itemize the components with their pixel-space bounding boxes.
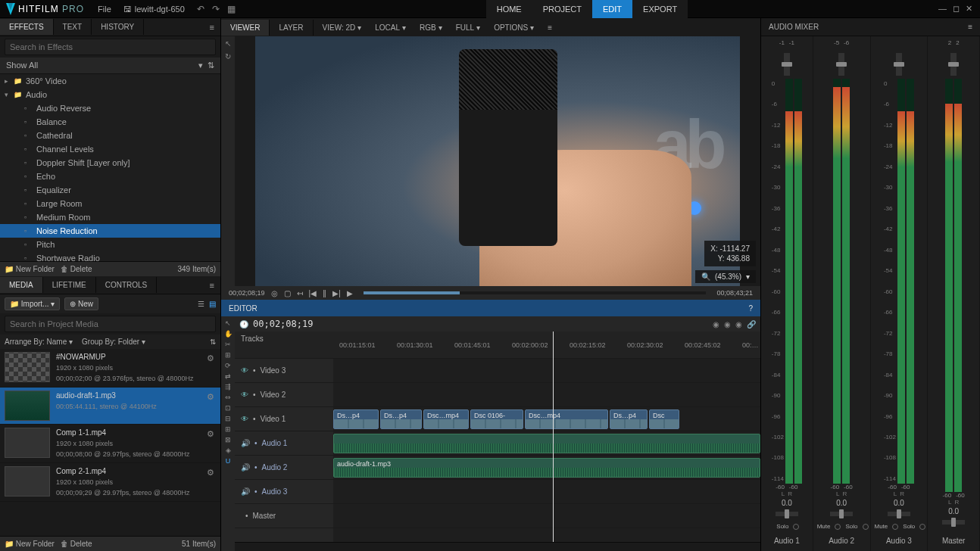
project-tab[interactable]: PROJECT (532, 0, 592, 18)
text-tab[interactable]: TEXT (54, 19, 92, 35)
media-list[interactable]: #NOWARMUP1920 x 1080 pixels00;00;02;00 @… (0, 349, 220, 536)
tree-item[interactable]: ▾📁Audio (0, 88, 220, 101)
document-name[interactable]: 🖫lewitt-dgt-650 (119, 5, 189, 14)
gain-slider[interactable] (896, 53, 902, 76)
lifetime-tab[interactable]: LIFETIME (43, 277, 96, 293)
mute-button[interactable]: Mute (872, 522, 891, 531)
undo-icon[interactable]: ↶ (197, 4, 204, 14)
grid-view-icon[interactable]: ▤ (209, 300, 216, 308)
track-label[interactable]: 🔊•Audio 1 (235, 431, 333, 456)
delete-button[interactable]: 🗑 Delete (61, 540, 92, 548)
editor-timecode[interactable]: 00;02;08;19 (253, 319, 313, 329)
video-clip[interactable]: Dsc 0… (649, 409, 679, 429)
go-start-icon[interactable]: |◀ (309, 289, 317, 297)
hand-tool-icon[interactable]: ✋ (224, 330, 233, 338)
solo-button[interactable]: Solo (843, 522, 860, 531)
sort-icon[interactable]: ⇅ (210, 338, 216, 346)
import-button[interactable]: 📁 Import... ▾ (5, 297, 60, 310)
view-mode-dropdown[interactable]: VIEW: 2D ▾ (317, 20, 368, 35)
full-dropdown[interactable]: FULL ▾ (450, 20, 486, 35)
list-view-icon[interactable]: ☰ (198, 300, 204, 308)
slice-tool-icon[interactable]: ✂ (225, 341, 231, 348)
gear-icon[interactable]: ⚙ (205, 352, 216, 384)
tree-item[interactable]: ▫Shortwave Radio (0, 251, 220, 261)
redo-icon[interactable]: ↷ (212, 4, 220, 14)
panel-menu-icon[interactable]: ≡ (204, 23, 220, 32)
solo-button[interactable]: Solo (900, 522, 917, 531)
effects-tree[interactable]: ▸📁360° Video▾📁Audio▫Audio Reverse▫Balanc… (0, 74, 220, 261)
tree-item[interactable]: ▫Pitch (0, 238, 220, 251)
minimize-icon[interactable]: — (938, 4, 947, 14)
tree-item[interactable]: ▫Audio Reverse (0, 101, 220, 115)
gear-icon[interactable]: ⚙ (205, 428, 216, 459)
media-item[interactable]: Comp 1-1.mp41920 x 1080 pixels00;00;08;0… (0, 425, 220, 463)
tool-icon[interactable]: ⊠ (225, 436, 231, 444)
rgb-dropdown[interactable]: RGB ▾ (414, 20, 448, 35)
pan-slider[interactable] (776, 512, 798, 516)
grid-icon[interactable]: ▦ (227, 4, 236, 14)
show-all-dropdown[interactable]: Show All ▾ ⇅ (0, 58, 220, 74)
marker-icon[interactable]: ◉ (713, 320, 719, 328)
gear-icon[interactable]: ⚙ (205, 466, 216, 498)
track-label[interactable]: 🔊•Audio 2 (235, 456, 333, 480)
audio-clip[interactable] (333, 434, 760, 453)
tool-icon[interactable]: ⊟ (225, 415, 231, 422)
media-item[interactable]: audio-draft-1.mp300:05:44.111, stereo @ … (0, 388, 220, 425)
tool-icon[interactable]: U (226, 457, 231, 465)
tree-item[interactable]: ▫Channel Levels (0, 142, 220, 156)
video-clip[interactable]: Dsc…mp4 (525, 409, 608, 429)
close-icon[interactable]: ✕ (966, 4, 972, 14)
maximize-icon[interactable]: ◻ (953, 4, 960, 14)
effects-search-input[interactable] (5, 39, 216, 55)
pan-slider[interactable] (942, 520, 965, 525)
track-label[interactable]: 👁•Video 3 (235, 359, 333, 383)
zoom-indicator[interactable]: 🔍(45.3%)▾ (695, 270, 756, 283)
snap-tool-icon[interactable]: ⊞ (225, 351, 231, 359)
arrange-by-dropdown[interactable]: Arrange By: Name ▾ (5, 338, 73, 346)
video-clip[interactable]: Ds…p4 (610, 409, 648, 429)
tool-icon[interactable]: ⊡ (225, 404, 231, 412)
pan-slider[interactable] (830, 512, 853, 516)
effects-tab[interactable]: EFFECTS (0, 19, 54, 35)
delete-button[interactable]: 🗑 Delete (61, 265, 92, 273)
new-folder-button[interactable]: 📁 New Folder (5, 265, 55, 273)
track-label[interactable]: 👁•Video 1 (235, 407, 333, 431)
edit-tab[interactable]: EDIT (592, 0, 632, 18)
select-tool-icon[interactable]: ↖ (225, 319, 231, 327)
next-icon[interactable]: ▶ (347, 289, 353, 297)
layer-tab[interactable]: LAYER (270, 20, 313, 36)
audio-clip[interactable]: audio-draft-1.mp3 (333, 458, 760, 478)
ripple-tool-icon[interactable]: ⇶ (225, 383, 231, 391)
pointer-tool-icon[interactable]: ↖ (225, 39, 231, 48)
tree-item[interactable]: ▫Noise Reduction (0, 224, 220, 238)
gain-slider[interactable] (950, 53, 957, 76)
panel-menu-icon[interactable]: ≡ (541, 20, 558, 35)
tree-item[interactable]: ▫Echo (0, 170, 220, 183)
gear-icon[interactable]: ⚙ (205, 391, 216, 421)
hand-tool-icon[interactable]: ↻ (225, 52, 231, 61)
tree-item[interactable]: ▫Doppler Shift [Layer only] (0, 156, 220, 170)
media-item[interactable]: Comp 2-1.mp41920 x 1080 pixels00;00;09;2… (0, 463, 220, 502)
play-icon[interactable]: ▶| (332, 289, 341, 297)
options-dropdown[interactable]: OPTIONS ▾ (488, 20, 540, 35)
track-row[interactable] (333, 480, 760, 504)
track-label[interactable]: 🔊•Audio 3 (235, 480, 333, 504)
track-row[interactable]: Ds…p4Ds…p4Dsc…mp4Dsc 0106-9.mp4Dsc…mp4Ds… (333, 407, 760, 431)
mute-button[interactable]: Mute (815, 522, 833, 531)
tree-item[interactable]: ▫Large Room (0, 197, 220, 210)
marker-icon[interactable]: ◉ (724, 320, 731, 328)
playhead[interactable] (553, 332, 554, 542)
media-item[interactable]: #NOWARMUP1920 x 1080 pixels00;00;02;00 @… (0, 349, 220, 388)
loop-icon[interactable]: ◎ (271, 289, 278, 297)
video-clip[interactable]: Ds…p4 (380, 409, 422, 429)
slip-tool-icon[interactable]: ⇄ (225, 372, 231, 380)
tree-item[interactable]: ▫Equalizer (0, 183, 220, 197)
video-clip[interactable]: Dsc 0106-9.mp4 (470, 409, 523, 429)
new-folder-button[interactable]: 📁 New Folder (5, 540, 55, 548)
solo-button[interactable]: Solo (774, 522, 791, 531)
video-clip[interactable]: Ds…p4 (333, 409, 379, 429)
gain-slider[interactable] (838, 53, 844, 76)
link-icon[interactable]: 🔗 (747, 320, 756, 328)
tool-icon[interactable]: ◈ (226, 447, 231, 454)
controls-tab[interactable]: CONTROLS (96, 277, 158, 293)
